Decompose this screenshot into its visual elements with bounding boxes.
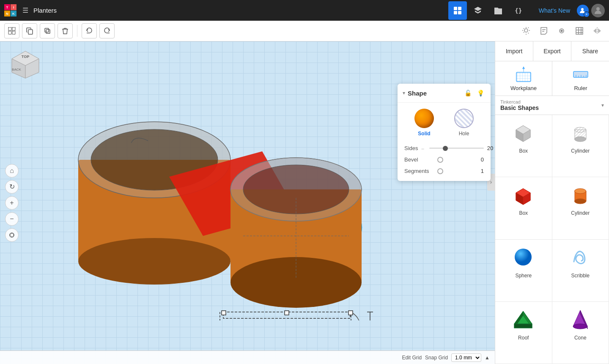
shape-item-sphere[interactable]: Sphere [495, 240, 552, 302]
bevel-label: Bevel [404, 156, 434, 163]
svg-point-98 [574, 199, 586, 204]
hole-label: Hole [459, 131, 469, 137]
shape-library-dropdown[interactable]: Tinkercad Basic Shapes ▾ [495, 96, 609, 115]
project-menu-icon[interactable]: ☰ [22, 6, 28, 14]
redo-button[interactable] [99, 23, 115, 38]
svg-marker-77 [522, 66, 525, 69]
svg-point-91 [574, 137, 586, 142]
codeblocks-button[interactable]: {} [509, 1, 528, 20]
sides-slider[interactable] [429, 148, 484, 149]
lock-icon[interactable]: 🔓 [463, 88, 473, 98]
segments-label: Segments [404, 168, 434, 174]
whats-new-button[interactable]: What's New [536, 7, 573, 14]
svg-rect-103 [514, 324, 532, 328]
logo-k: K [11, 11, 16, 16]
shape-item-cylinder-orange[interactable]: Cylinder [552, 177, 609, 239]
workplane-button[interactable]: Workplane [495, 61, 552, 96]
snap-grid-label: Snap Grid [425, 355, 448, 361]
svg-rect-12 [46, 30, 50, 33]
workplane-label: Workplane [510, 85, 537, 91]
fit-view-button[interactable] [5, 228, 19, 242]
select-all-button[interactable] [4, 23, 19, 38]
cone-thumb [568, 307, 593, 332]
segments-value: 1 [474, 168, 484, 174]
user-area[interactable] [577, 4, 605, 17]
sides-value: 20 [487, 145, 493, 151]
project-title[interactable]: Planters [33, 7, 57, 14]
notes-tool-button[interactable] [536, 23, 551, 38]
svg-point-42 [78, 238, 230, 285]
light-tool-button[interactable] [518, 23, 534, 38]
import-button[interactable]: Import [495, 41, 533, 61]
export-button[interactable]: Export [533, 41, 571, 61]
home-view-button[interactable]: ⌂ [5, 164, 19, 178]
undo-button[interactable] [82, 23, 97, 38]
snap-grid-arrow: ▲ [485, 355, 490, 361]
grid-view-button[interactable] [448, 1, 467, 20]
library-brand: Tinkercad [500, 99, 601, 104]
solid-circle-icon [414, 109, 434, 128]
svg-point-99 [515, 249, 532, 265]
orbit-button[interactable]: ↻ [5, 180, 19, 194]
cylinder-orange-label: Cylinder [571, 210, 590, 216]
sides-row: Sides – 20 [398, 142, 491, 154]
svg-rect-7 [12, 27, 15, 30]
toolbar-separator [77, 25, 77, 37]
ruler-label: Ruler [574, 85, 587, 91]
shape-panel: ▾ Shape 🔓 💡 Solid Hole Sides – [398, 84, 491, 181]
view-cube[interactable]: TOP BACK [8, 48, 42, 82]
copy-button[interactable] [22, 23, 37, 38]
svg-rect-2 [454, 11, 457, 14]
shape-item-cone[interactable]: Cone [552, 302, 609, 364]
svg-rect-1 [458, 7, 461, 10]
bottom-bar: Edit Grid Snap Grid 1.0 mm 0.5 mm 2.0 mm… [0, 350, 495, 364]
sphere-thumb [511, 245, 536, 270]
shape-item-box-gray[interactable]: Box [495, 115, 552, 177]
solid-type-button[interactable]: Solid [414, 109, 434, 137]
duplicate-button[interactable] [40, 23, 55, 38]
view-tool-button[interactable] [554, 23, 569, 38]
svg-rect-74 [516, 72, 531, 82]
svg-rect-57 [348, 311, 353, 315]
svg-rect-8 [8, 31, 11, 34]
logo-i: I [11, 4, 16, 10]
bulb-icon[interactable]: 💡 [475, 88, 486, 98]
hole-type-button[interactable]: Hole [454, 109, 474, 137]
bevel-radio[interactable] [437, 157, 443, 163]
hole-circle-icon [454, 109, 474, 128]
delete-button[interactable] [58, 23, 73, 38]
cylinder-gray-label: Cylinder [571, 148, 590, 154]
viewport[interactable]: TOP BACK ⌂ ↻ + − [0, 41, 495, 364]
segments-row: Segments 1 [398, 165, 491, 177]
snap-grid-select[interactable]: 1.0 mm 0.5 mm 2.0 mm 5.0 mm [451, 353, 481, 362]
shape-item-roof[interactable]: Roof [495, 302, 552, 364]
cylinder-orange-thumb [568, 182, 593, 208]
shape-item-cylinder-gray[interactable]: Cylinder [552, 115, 609, 177]
bevel-row: Bevel 0 [398, 154, 491, 165]
grid-tool-button[interactable] [572, 23, 587, 38]
edit-grid-button[interactable]: Edit Grid [402, 355, 422, 361]
panel-collapse-arrow[interactable]: ▾ [403, 90, 405, 96]
svg-rect-78 [573, 71, 588, 77]
segments-radio[interactable] [437, 168, 443, 174]
svg-point-5 [596, 7, 600, 11]
shape-panel-header: ▾ Shape 🔓 💡 [398, 84, 491, 103]
svg-marker-24 [593, 28, 596, 33]
nav-icons: {} [448, 1, 528, 20]
share-button[interactable]: Share [571, 41, 609, 61]
shape-item-scribble[interactable]: Scribble [552, 240, 609, 302]
zoom-out-button[interactable]: − [5, 212, 19, 226]
learn-button[interactable] [469, 1, 487, 20]
shape-item-box-red[interactable]: Box [495, 177, 552, 239]
mirror-tool-button[interactable] [590, 23, 605, 38]
svg-point-17 [561, 30, 562, 32]
projects-button[interactable] [489, 1, 508, 20]
library-name: Basic Shapes [500, 104, 601, 111]
shape-type-row: Solid Hole [398, 103, 491, 142]
logo: T I N K [4, 4, 16, 16]
box-red-thumb [511, 182, 536, 208]
zoom-in-button[interactable]: + [5, 196, 19, 210]
sides-label: Sides [404, 145, 418, 151]
svg-rect-56 [222, 311, 226, 315]
ruler-button[interactable]: Ruler [552, 61, 609, 96]
